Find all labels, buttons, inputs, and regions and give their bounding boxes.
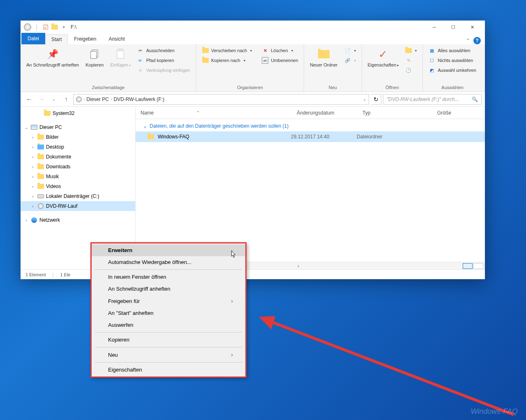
shortcut-icon: ⎆ (137, 67, 144, 73)
column-size[interactable]: Größe (423, 110, 456, 116)
svg-rect-2 (117, 50, 124, 59)
tab-share[interactable]: Freigeben (68, 34, 102, 44)
newfolder-button[interactable]: Neuer Ordner (307, 46, 340, 69)
breadcrumb[interactable]: › Dieser PC › DVD-RW-Laufwerk (F:) ⌄ (73, 94, 369, 105)
view-thumbnails-button[interactable] (473, 263, 483, 269)
ribbon-group-organize: Verschieben nach▾ Kopieren nach▾ ✕Lösche… (196, 44, 305, 92)
chevron-right-icon: › (111, 97, 112, 101)
edit-button[interactable]: ✎ (403, 56, 419, 65)
file-row[interactable]: Windows-FAQ 29.12.2017 14:40 Dateiordner (136, 131, 485, 142)
paste-button[interactable]: Einfügen▾ (108, 46, 133, 69)
tree-item-localdisk[interactable]: ›Lokaler Datenträger (C:) (21, 191, 135, 201)
window-title: F:\ (71, 24, 76, 30)
copyto-button[interactable]: Kopieren nach▾ (200, 56, 254, 65)
moveto-button[interactable]: Verschieben nach▾ (200, 46, 254, 55)
pasteshortcut-button[interactable]: ⎆Verknüpfung einfügen (135, 66, 193, 75)
tree-item-downloads[interactable]: ›Downloads (21, 162, 135, 172)
tree-item-network[interactable]: ›Netzwerk (21, 215, 135, 225)
watermark: Windows-FAQ (471, 407, 518, 416)
copypath-button[interactable]: w-Pfad kopieren (135, 56, 193, 65)
tree-item-desktop[interactable]: ›Desktop (21, 142, 135, 152)
cut-button[interactable]: ✂Ausschneiden (135, 46, 193, 55)
ctx-pinquick[interactable]: An Schnellzugriff anheften (92, 283, 245, 295)
newitem-button[interactable]: 📄▾ (342, 46, 358, 55)
minimize-button[interactable]: ─ (425, 21, 444, 34)
pc-icon (30, 124, 38, 131)
ribbon-collapse-icon[interactable]: ⌃ (466, 38, 470, 44)
path-icon: w- (137, 57, 144, 64)
back-button[interactable]: ← (24, 94, 35, 105)
folder-icon (37, 153, 44, 161)
tree-item-dvd[interactable]: ›DVD-RW-Lauf (21, 201, 135, 211)
tree-item-documents[interactable]: ›Dokumente (21, 152, 135, 162)
tab-view[interactable]: Ansicht (102, 34, 131, 44)
qat-properties-icon[interactable]: ☑ (42, 23, 49, 31)
tree-item-system32[interactable]: System32 (21, 108, 135, 118)
folder-copy-icon (202, 57, 209, 64)
pin-button[interactable]: 📌 An Schnellzugriff anheften (24, 46, 81, 69)
refresh-button[interactable]: ↻ (371, 94, 381, 105)
chevron-down-icon: ⌄ (143, 123, 147, 129)
tab-start[interactable]: Start (45, 34, 68, 44)
pin-icon: 📌 (46, 48, 59, 61)
properties-button[interactable]: ✓ Eigenschaften▾ (365, 46, 401, 69)
ribbon: 📌 An Schnellzugriff anheften Kopieren Ei… (21, 44, 485, 92)
search-input[interactable]: "DVD-RW-Laufwerk (F:)" durch...🔍 (383, 94, 482, 105)
rename-button[interactable]: abUmbenennen (259, 56, 300, 65)
forward-button[interactable]: → (36, 94, 47, 105)
column-headers: Name ⌃ Änderungsdatum Typ Größe (136, 107, 485, 119)
chevron-right-icon: › (231, 298, 233, 304)
column-name[interactable]: Name ⌃ (136, 110, 292, 116)
network-icon (30, 216, 38, 224)
invert-button[interactable]: ◩Auswahl umkehren (426, 66, 479, 75)
ctx-eject[interactable]: Auswerfen (92, 319, 245, 331)
selectall-icon: ▦ (429, 47, 435, 54)
folder-move-icon (202, 47, 209, 54)
addr-dropdown-icon[interactable]: ⌄ (363, 97, 366, 101)
ctx-pinstart[interactable]: An "Start" anheften (92, 307, 245, 319)
copy-button[interactable]: Kopieren (83, 46, 106, 69)
close-button[interactable]: ✕ (463, 21, 482, 34)
delete-button[interactable]: ✕Löschen▾ (259, 46, 300, 55)
tree-item-videos[interactable]: ›Videos (21, 181, 135, 191)
ctx-copy[interactable]: Kopieren (92, 334, 245, 346)
newfolder-icon (317, 48, 330, 61)
column-type[interactable]: Typ (358, 110, 423, 116)
help-icon[interactable]: ? (473, 37, 481, 44)
ctx-newwindow[interactable]: In neuem Fenster öffnen (92, 271, 245, 283)
drive-icon (76, 96, 82, 102)
column-date[interactable]: Änderungsdatum (292, 110, 358, 116)
chevron-right-icon: › (83, 97, 85, 101)
selectall-button[interactable]: ▦Alles auswählen (426, 46, 479, 55)
easyaccess-button[interactable]: 🔗▾ (342, 56, 358, 65)
ribbon-group-clipboard: 📌 An Schnellzugriff anheften Kopieren Ei… (21, 44, 196, 92)
cursor-icon (229, 250, 237, 259)
ctx-sharewith[interactable]: Freigeben für› (92, 295, 245, 307)
ctx-expand[interactable]: Erweitern (92, 244, 245, 256)
disc-icon (37, 202, 44, 210)
qat-newfolder-icon[interactable] (51, 23, 58, 31)
crumb-drive[interactable]: DVD-RW-Laufwerk (F:) (113, 96, 164, 102)
history-button[interactable]: 🕐 (403, 66, 419, 75)
open-button[interactable]: ▾ (403, 46, 419, 55)
qat-dropdown-icon[interactable]: ▾ (60, 23, 67, 31)
crumb-thispc[interactable]: Dieser PC (86, 96, 109, 102)
folder-icon (37, 173, 44, 180)
maximize-button[interactable]: ☐ (444, 21, 463, 34)
up-button[interactable]: ↑ (61, 94, 72, 105)
tree-item-pictures[interactable]: ›Bilder (21, 132, 135, 142)
ctx-properties[interactable]: Eigenschaften (92, 364, 245, 376)
app-icon (24, 23, 31, 31)
tree-item-thispc[interactable]: ⌄Dieser PC (21, 122, 135, 132)
scroll-right-icon[interactable]: › (295, 263, 302, 269)
recent-dropdown[interactable]: ⌄ (48, 94, 59, 105)
tree-item-music[interactable]: ›Musik (21, 172, 135, 181)
ctx-new[interactable]: Neu› (92, 349, 245, 361)
selectnone-button[interactable]: ☐Nichts auswählen (426, 56, 479, 65)
view-details-button[interactable] (463, 263, 473, 269)
tab-file[interactable]: Datei (21, 33, 45, 44)
ctx-autoplay[interactable]: Automatische Wiedergabe öffnen... (92, 256, 245, 268)
file-group-header[interactable]: ⌄Dateien, die auf den Datenträger geschr… (136, 121, 485, 131)
context-menu: Erweitern Automatische Wiedergabe öffnen… (90, 242, 247, 378)
chevron-right-icon: › (231, 351, 233, 358)
